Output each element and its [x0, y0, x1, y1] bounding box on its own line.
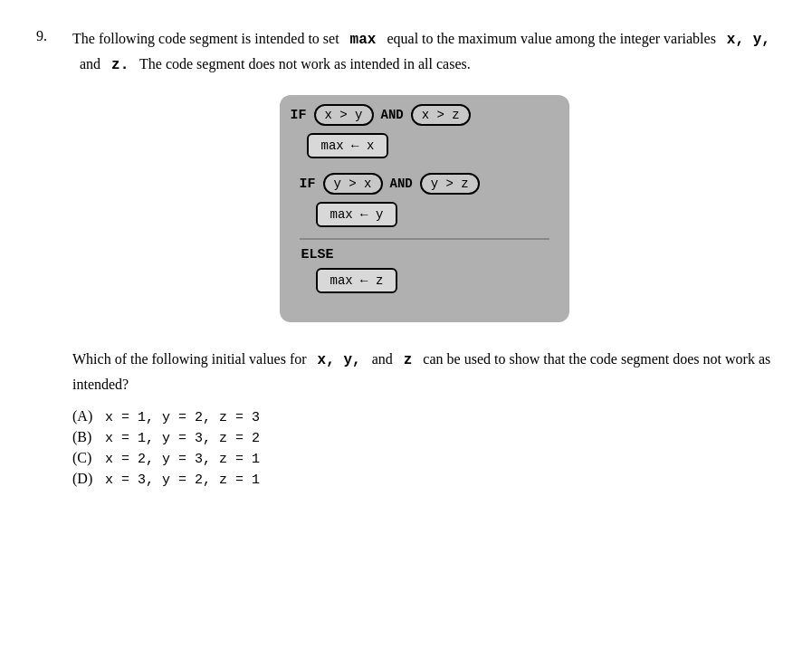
sub-q-intro: Which of the following initial values fo… [72, 351, 307, 367]
outer-block: IF x > y AND x > z max ← x IF y > x AND … [280, 95, 569, 322]
choice-c-label: (C) [72, 450, 105, 466]
cond4-pill: y > z [420, 173, 480, 195]
and-text: and [80, 56, 100, 72]
separator [300, 238, 549, 240]
assign3-box: max ← z [316, 268, 398, 293]
question-container: 9. The following code segment is intende… [36, 27, 776, 492]
if2-row: IF y > x AND y > z [300, 173, 549, 195]
if2-label: IF [300, 177, 316, 192]
question-text: The following code segment is intended t… [72, 27, 776, 77]
choice-a-content: x = 1, y = 2, z = 3 [105, 410, 260, 425]
cond1-pill: x > y [314, 104, 374, 126]
intro3-text: The code segment does not work as intend… [139, 56, 471, 72]
assign2-box: max ← y [316, 202, 398, 227]
choices-list: (A) x = 1, y = 2, z = 3 (B) x = 1, y = 3… [72, 408, 776, 488]
choice-a: (A) x = 1, y = 2, z = 3 [72, 408, 776, 425]
and1-label: AND [381, 108, 404, 122]
choice-c: (C) x = 2, y = 3, z = 1 [72, 450, 776, 467]
choice-c-content: x = 2, y = 3, z = 1 [105, 452, 260, 467]
choice-d-label: (D) [72, 471, 105, 487]
inner-block: IF y > x AND y > z max ← y ELSE max ← z [291, 166, 559, 308]
else-label: ELSE [301, 247, 549, 262]
cond3-pill: y > x [323, 173, 383, 195]
choice-d: (D) x = 3, y = 2, z = 1 [72, 471, 776, 488]
if1-label: IF [291, 108, 307, 123]
code-diagram: IF x > y AND x > z max ← x IF y > x AND … [72, 95, 776, 322]
sub-question-text: Which of the following initial values fo… [72, 348, 776, 396]
and2-label: AND [390, 177, 413, 191]
choice-b-content: x = 1, y = 3, z = 2 [105, 431, 260, 446]
question-number: 9. [36, 27, 58, 492]
assign1-box: max ← x [307, 133, 389, 158]
choice-d-content: x = 3, y = 2, z = 1 [105, 472, 260, 488]
sub-vars: x, y, [318, 352, 361, 368]
intro-text: The following code segment is intended t… [72, 31, 339, 46]
cond2-pill: x > z [411, 104, 471, 126]
max-mono: max [350, 32, 377, 48]
sub-and: and [372, 351, 393, 367]
z-mono: z. [111, 57, 129, 73]
intro2-text: equal to the maximum value among the int… [387, 31, 715, 46]
choice-b: (B) x = 1, y = 3, z = 2 [72, 429, 776, 446]
choice-b-label: (B) [72, 429, 105, 445]
sub-z: z [404, 352, 413, 368]
choice-a-label: (A) [72, 408, 105, 425]
vars-mono: x, y, [727, 32, 770, 48]
question-body: The following code segment is intended t… [72, 27, 776, 492]
if1-row: IF x > y AND x > z [291, 104, 559, 126]
